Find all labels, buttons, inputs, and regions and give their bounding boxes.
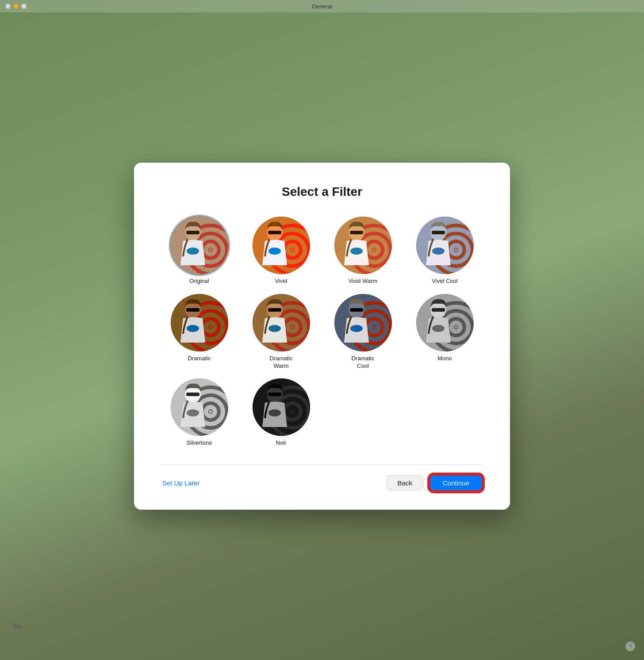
filter-circle-original bbox=[171, 217, 228, 274]
svg-point-47 bbox=[268, 325, 281, 332]
filter-item-mono[interactable]: Mono bbox=[406, 294, 483, 370]
svg-point-76 bbox=[292, 411, 293, 412]
filter-label-original: Original bbox=[189, 278, 209, 285]
svg-rect-6 bbox=[186, 231, 199, 234]
filter-label-dramatic: Dramatic bbox=[188, 355, 211, 362]
svg-point-63 bbox=[432, 325, 445, 332]
filter-circle-vivid bbox=[253, 217, 310, 274]
filter-label-vivid: Vivid bbox=[275, 278, 288, 285]
filter-item-noir[interactable]: Noir bbox=[242, 378, 320, 447]
back-button[interactable]: Back bbox=[387, 475, 423, 491]
filter-item-vivid[interactable]: Vivid bbox=[242, 217, 320, 285]
filter-circle-mono bbox=[416, 294, 474, 351]
svg-rect-22 bbox=[350, 231, 363, 234]
filter-label-silvertone: Silvertone bbox=[187, 439, 212, 447]
filter-item-original[interactable]: Original bbox=[161, 217, 238, 285]
filter-label-dramatic-warm: Dramatic Warm bbox=[269, 355, 292, 370]
me-label: Me bbox=[13, 623, 22, 630]
svg-point-15 bbox=[268, 248, 281, 255]
maximize-button[interactable] bbox=[21, 4, 27, 9]
svg-rect-38 bbox=[186, 308, 199, 312]
svg-point-7 bbox=[187, 248, 199, 255]
filter-item-silvertone[interactable]: Silvertone bbox=[161, 378, 238, 447]
filter-item-dramatic-cool[interactable]: Dramatic Cool bbox=[324, 294, 402, 370]
filter-item-dramatic[interactable]: Dramatic bbox=[161, 294, 238, 370]
filter-circle-dramatic bbox=[171, 294, 228, 351]
svg-point-12 bbox=[292, 249, 293, 250]
svg-point-20 bbox=[374, 249, 375, 250]
filter-label-dramatic-cool: Dramatic Cool bbox=[351, 355, 374, 370]
svg-point-31 bbox=[432, 248, 445, 255]
continue-button-wrapper: Continue bbox=[429, 474, 483, 492]
filter-label-vivid-cool: Vivid Cool bbox=[432, 278, 457, 285]
dialog-footer: Set Up Later Back Continue bbox=[161, 465, 483, 492]
svg-rect-14 bbox=[268, 231, 281, 234]
svg-point-4 bbox=[210, 249, 211, 250]
filter-label-vivid-warm: Vivid Warm bbox=[349, 278, 378, 285]
filter-item-dramatic-warm[interactable]: Dramatic Warm bbox=[242, 294, 320, 370]
continue-button[interactable]: Continue bbox=[430, 476, 482, 490]
svg-point-55 bbox=[350, 325, 363, 332]
svg-point-71 bbox=[187, 409, 199, 416]
svg-point-68 bbox=[210, 411, 211, 412]
svg-point-28 bbox=[456, 249, 456, 250]
svg-rect-78 bbox=[268, 393, 281, 396]
filter-label-noir: Noir bbox=[276, 439, 287, 447]
setup-later-button[interactable]: Set Up Later bbox=[161, 476, 201, 490]
traffic-lights bbox=[5, 4, 27, 9]
svg-point-44 bbox=[292, 327, 293, 328]
help-button[interactable]: ? bbox=[625, 641, 635, 651]
svg-point-36 bbox=[210, 327, 211, 328]
window-title: General bbox=[312, 3, 332, 10]
svg-rect-70 bbox=[186, 393, 199, 396]
footer-right-buttons: Back Continue bbox=[387, 474, 483, 492]
filter-circle-dramatic-cool bbox=[334, 294, 392, 351]
svg-rect-54 bbox=[350, 308, 363, 312]
svg-rect-30 bbox=[432, 231, 445, 234]
titlebar: General bbox=[0, 0, 644, 12]
dialog-title: Select a Filter bbox=[161, 185, 483, 199]
filter-circle-vivid-warm bbox=[334, 217, 392, 274]
svg-rect-62 bbox=[432, 308, 445, 312]
filter-dialog: Select a Filter OriginalVividVivid WarmV… bbox=[134, 163, 510, 510]
filter-circle-noir bbox=[253, 378, 310, 436]
filter-item-vivid-warm[interactable]: Vivid Warm bbox=[324, 217, 402, 285]
filter-grid: OriginalVividVivid WarmVivid CoolDramati… bbox=[161, 217, 483, 447]
svg-point-23 bbox=[350, 248, 363, 255]
svg-point-52 bbox=[374, 327, 375, 328]
svg-rect-46 bbox=[268, 308, 281, 312]
svg-point-60 bbox=[456, 327, 456, 328]
filter-circle-dramatic-warm bbox=[253, 294, 310, 351]
filter-circle-vivid-cool bbox=[416, 217, 474, 274]
close-button[interactable] bbox=[5, 4, 11, 9]
svg-point-79 bbox=[268, 409, 281, 416]
minimize-button[interactable] bbox=[13, 4, 19, 9]
filter-label-mono: Mono bbox=[437, 355, 452, 362]
svg-point-39 bbox=[187, 325, 199, 332]
filter-circle-silvertone bbox=[171, 378, 228, 436]
filter-item-vivid-cool[interactable]: Vivid Cool bbox=[406, 217, 483, 285]
